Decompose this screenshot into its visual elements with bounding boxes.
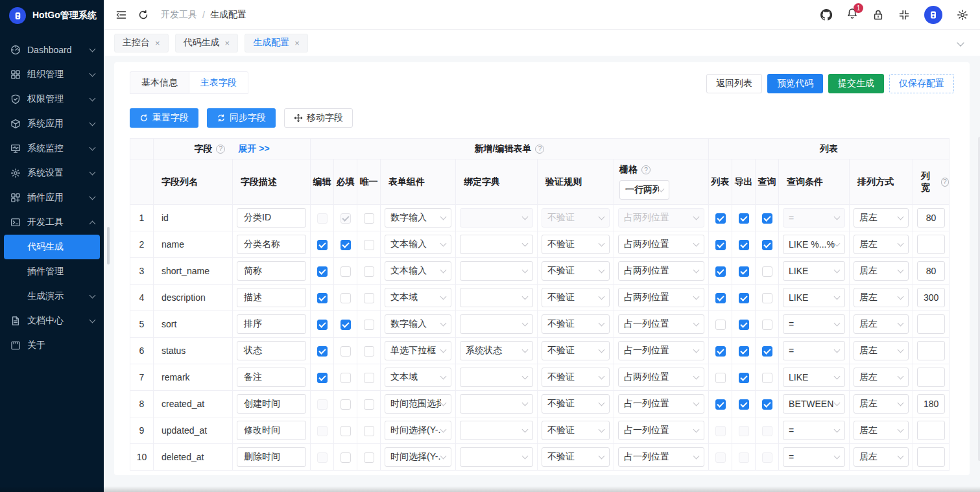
form-widget-select[interactable]: 文本域	[385, 368, 451, 387]
settings-gear-icon[interactable]	[957, 9, 968, 21]
query-checkbox[interactable]	[762, 240, 772, 250]
align-select[interactable]: 居左	[854, 341, 909, 360]
query-checkbox[interactable]	[762, 320, 772, 330]
dict-select[interactable]: 系统状态	[460, 341, 533, 360]
submit-generate-button[interactable]: 提交生成	[828, 74, 884, 93]
required-checkbox[interactable]	[341, 452, 351, 463]
unique-checkbox[interactable]	[364, 399, 374, 410]
query-checkbox[interactable]	[762, 399, 772, 410]
align-select[interactable]: 居左	[854, 421, 909, 440]
required-checkbox[interactable]	[341, 213, 351, 224]
export-checkbox[interactable]	[739, 399, 749, 410]
align-select[interactable]: 居左	[854, 235, 909, 254]
list-checkbox[interactable]	[715, 452, 726, 463]
github-icon[interactable]	[820, 9, 832, 21]
sidebar-item-开发工具[interactable]: 开发工具	[0, 210, 104, 235]
sidebar-item-Dashboard[interactable]: Dashboard	[0, 38, 104, 62]
form-widget-select[interactable]: 时间选择(Y-...	[385, 421, 451, 440]
grid-select[interactable]: 占一列位置	[618, 447, 704, 467]
sidebar-item-生成演示[interactable]: 生成演示	[0, 284, 104, 309]
reset-fields-button[interactable]: 重置字段	[130, 108, 198, 128]
dict-select[interactable]	[460, 235, 533, 254]
dict-select[interactable]	[460, 421, 533, 440]
rule-select[interactable]: 不验证	[542, 208, 610, 228]
edit-checkbox[interactable]	[317, 346, 328, 357]
form-widget-select[interactable]: 文本域	[385, 288, 451, 307]
list-checkbox[interactable]	[715, 240, 726, 250]
close-icon[interactable]: ×	[155, 39, 160, 47]
form-widget-select[interactable]: 时间范围选择	[385, 394, 451, 414]
sidebar-item-插件应用[interactable]: 插件应用	[0, 185, 104, 210]
align-select[interactable]: 居左	[854, 208, 909, 228]
grid-select[interactable]: 占一列位置	[618, 394, 704, 414]
query-checkbox[interactable]	[762, 452, 772, 463]
query-condition-select[interactable]: =	[783, 314, 845, 334]
tab-main-fields[interactable]: 主表字段	[189, 71, 248, 94]
dict-select[interactable]	[460, 394, 533, 414]
required-checkbox[interactable]	[341, 373, 351, 383]
edit-checkbox[interactable]	[317, 266, 328, 277]
rule-select[interactable]: 不验证	[542, 288, 610, 307]
sidebar-item-关于[interactable]: 关于	[0, 333, 104, 358]
rule-select[interactable]: 不验证	[542, 235, 610, 254]
column-width-input[interactable]	[917, 314, 945, 334]
dict-select[interactable]	[460, 368, 533, 387]
grid-select[interactable]: 占两列位置	[618, 261, 704, 281]
field-desc-input[interactable]: 修改时间	[237, 421, 306, 440]
edit-checkbox[interactable]	[317, 213, 328, 224]
unique-checkbox[interactable]	[364, 213, 374, 224]
dict-select[interactable]	[460, 288, 533, 307]
query-checkbox[interactable]	[762, 293, 772, 303]
align-select[interactable]: 居左	[854, 314, 909, 334]
list-checkbox[interactable]	[715, 346, 726, 357]
column-width-input[interactable]: 300	[917, 288, 945, 307]
query-condition-select[interactable]: =	[783, 421, 845, 440]
export-checkbox[interactable]	[739, 213, 749, 224]
column-width-input[interactable]	[917, 421, 945, 440]
preview-code-button[interactable]: 预览代码	[767, 74, 823, 93]
form-widget-select[interactable]: 数字输入	[385, 208, 451, 228]
sidebar-scrollbar[interactable]	[107, 227, 110, 264]
required-checkbox[interactable]	[341, 346, 351, 357]
sidebar-item-文档中心[interactable]: 文档中心	[0, 309, 104, 333]
query-checkbox[interactable]	[762, 426, 772, 436]
unique-checkbox[interactable]	[364, 426, 374, 436]
unique-checkbox[interactable]	[364, 373, 374, 383]
query-checkbox[interactable]	[762, 266, 772, 277]
query-condition-select[interactable]: =	[783, 447, 845, 467]
column-width-input[interactable]: 80	[917, 261, 945, 281]
field-desc-input[interactable]: 删除时间	[237, 447, 306, 467]
unique-checkbox[interactable]	[364, 293, 374, 303]
column-width-input[interactable]	[917, 368, 945, 387]
grid-layout-select[interactable]: 一行两列	[619, 180, 669, 200]
sidebar-item-权限管理[interactable]: 权限管理	[0, 87, 104, 111]
export-checkbox[interactable]	[739, 426, 749, 436]
grid-select[interactable]: 占两列位置	[618, 368, 704, 387]
field-desc-input[interactable]: 状态	[237, 341, 306, 360]
query-condition-select[interactable]: LIKE %...%	[783, 235, 845, 254]
field-desc-input[interactable]: 分类名称	[237, 235, 306, 254]
required-checkbox[interactable]	[341, 266, 351, 277]
column-width-input[interactable]: 180	[917, 394, 945, 414]
help-icon[interactable]	[216, 145, 225, 154]
logo[interactable]: HotGo管理系统	[0, 0, 104, 31]
required-checkbox[interactable]	[341, 426, 351, 436]
sidebar-item-系统设置[interactable]: 系统设置	[0, 161, 104, 185]
export-checkbox[interactable]	[739, 240, 749, 250]
edit-checkbox[interactable]	[317, 240, 328, 250]
unique-checkbox[interactable]	[364, 240, 374, 250]
unique-checkbox[interactable]	[364, 266, 374, 277]
field-desc-input[interactable]: 排序	[237, 314, 306, 334]
column-width-input[interactable]	[917, 341, 945, 360]
unique-checkbox[interactable]	[364, 346, 374, 357]
sidebar-item-插件管理[interactable]: 插件管理	[0, 259, 104, 284]
query-checkbox[interactable]	[762, 213, 772, 224]
column-width-input[interactable]	[917, 447, 945, 467]
grid-select[interactable]: 占两列位置	[618, 208, 704, 228]
align-select[interactable]: 居左	[854, 261, 909, 281]
query-condition-select[interactable]: LIKE	[783, 368, 845, 387]
fullscreen-icon[interactable]	[898, 9, 910, 21]
form-widget-select[interactable]: 文本输入	[385, 235, 451, 254]
rule-select[interactable]: 不验证	[542, 314, 610, 334]
required-checkbox[interactable]	[341, 399, 351, 410]
